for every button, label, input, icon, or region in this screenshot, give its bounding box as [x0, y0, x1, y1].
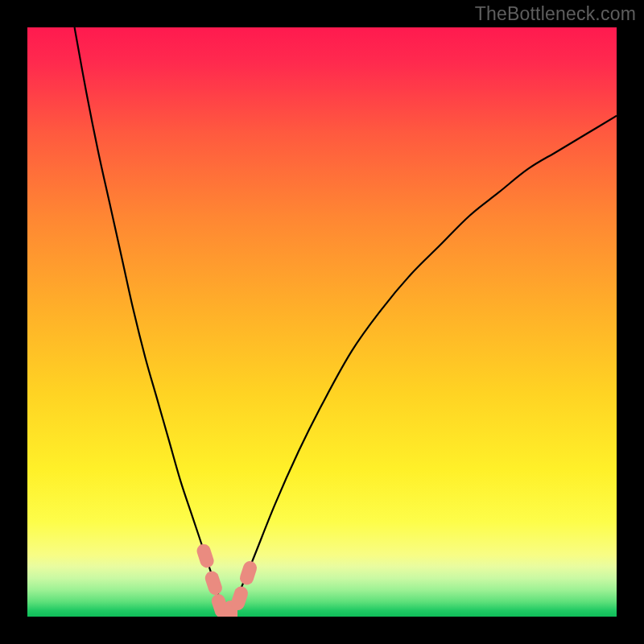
watermark-text: TheBottleneck.com	[475, 3, 636, 25]
chart-frame: TheBottleneck.com	[0, 0, 644, 644]
gradient-background	[27, 27, 617, 617]
plot-area	[27, 27, 617, 617]
chart-svg	[27, 27, 617, 617]
